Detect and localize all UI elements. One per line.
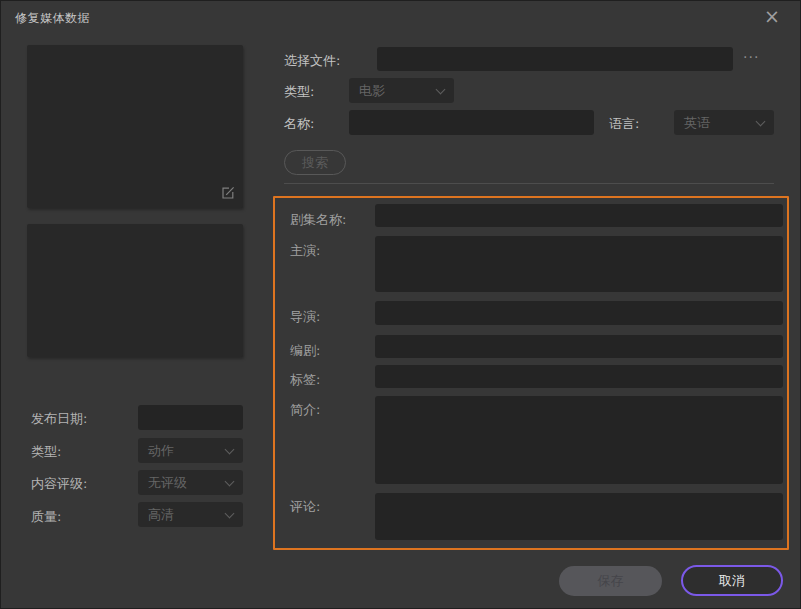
select-file-input[interactable] bbox=[377, 47, 733, 71]
screenwriter-input[interactable] bbox=[375, 335, 783, 358]
save-button[interactable]: 保存 bbox=[559, 566, 662, 596]
genre-value: 动作 bbox=[148, 442, 174, 460]
content-rating-label: 内容评级: bbox=[31, 475, 87, 493]
genre-select[interactable]: 动作 bbox=[138, 438, 243, 463]
comments-textarea[interactable] bbox=[375, 493, 783, 540]
synopsis-textarea[interactable] bbox=[375, 396, 783, 484]
close-icon[interactable]: × bbox=[761, 7, 783, 26]
tags-input[interactable] bbox=[375, 365, 783, 388]
dialog-title: 修复媒体数据 bbox=[15, 10, 90, 27]
release-date-label: 发布日期: bbox=[31, 410, 87, 428]
quality-label: 质量: bbox=[31, 508, 61, 526]
chevron-down-icon bbox=[225, 477, 235, 487]
director-label: 导演: bbox=[290, 308, 320, 326]
poster-placeholder bbox=[27, 45, 243, 208]
cancel-button[interactable]: 取消 bbox=[681, 565, 783, 596]
backdrop-placeholder bbox=[27, 224, 243, 357]
chevron-down-icon bbox=[225, 509, 235, 519]
name-input[interactable] bbox=[349, 110, 594, 135]
media-type-value: 电影 bbox=[359, 82, 385, 100]
search-button[interactable]: 搜索 bbox=[284, 150, 346, 175]
language-value: 英语 bbox=[684, 114, 710, 132]
section-divider bbox=[284, 183, 774, 184]
series-name-label: 剧集名称: bbox=[290, 211, 346, 229]
select-file-label: 选择文件: bbox=[284, 52, 340, 70]
synopsis-label: 简介: bbox=[290, 401, 320, 419]
content-rating-select[interactable]: 无评级 bbox=[138, 470, 243, 495]
browse-file-button[interactable]: ··· bbox=[743, 49, 759, 65]
quality-value: 高清 bbox=[148, 506, 174, 524]
screenwriter-label: 编剧: bbox=[290, 342, 320, 360]
director-input[interactable] bbox=[375, 301, 783, 325]
starring-label: 主演: bbox=[290, 242, 320, 260]
repair-media-data-dialog: 修复媒体数据 × 发布日期: 类型: 动作 内容评级: 无评级 质量: 高清 选… bbox=[0, 0, 801, 609]
chevron-down-icon bbox=[756, 117, 766, 127]
series-name-input[interactable] bbox=[375, 204, 783, 227]
edit-poster-icon[interactable] bbox=[220, 185, 236, 201]
comments-label: 评论: bbox=[290, 498, 320, 516]
media-type-label: 类型: bbox=[284, 83, 314, 101]
language-label: 语言: bbox=[609, 115, 639, 133]
language-select[interactable]: 英语 bbox=[674, 110, 774, 135]
genre-label: 类型: bbox=[31, 443, 61, 461]
quality-select[interactable]: 高清 bbox=[138, 502, 243, 527]
content-rating-value: 无评级 bbox=[148, 474, 187, 492]
name-label: 名称: bbox=[284, 115, 314, 133]
starring-textarea[interactable] bbox=[375, 236, 783, 292]
chevron-down-icon bbox=[225, 445, 235, 455]
media-type-select[interactable]: 电影 bbox=[349, 78, 454, 103]
release-date-input[interactable] bbox=[138, 405, 243, 430]
chevron-down-icon bbox=[436, 85, 446, 95]
tags-label: 标签: bbox=[290, 371, 320, 389]
metadata-highlight-box: 剧集名称: 主演: 导演: 编剧: 标签: 简介: 评论: bbox=[273, 196, 789, 550]
